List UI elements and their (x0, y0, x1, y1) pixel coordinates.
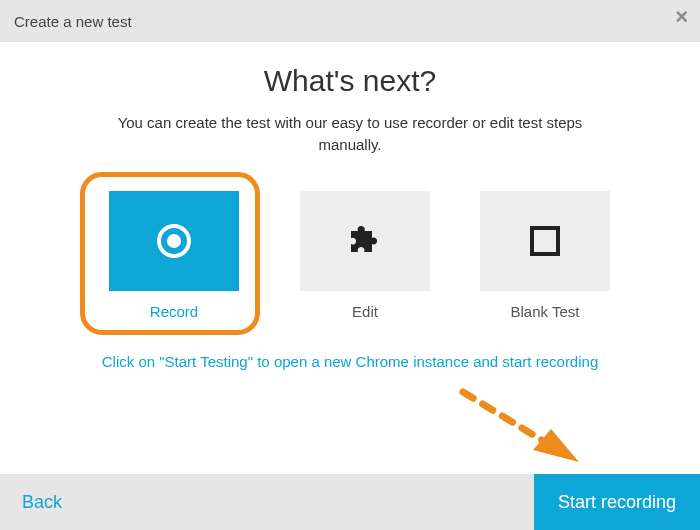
option-record-label: Record (99, 303, 249, 320)
square-icon (530, 226, 560, 256)
hint-text: Click on "Start Testing" to open a new C… (24, 353, 676, 370)
puzzle-icon (348, 226, 382, 256)
option-record-highlight: Record (80, 172, 260, 335)
close-icon[interactable]: × (675, 6, 688, 28)
option-blank[interactable]: Blank Test (470, 172, 620, 335)
dialog-content: What's next? You can create the test wit… (0, 42, 700, 370)
page-subheading: You can create the test with our easy to… (90, 112, 610, 156)
option-blank-tile[interactable] (480, 191, 610, 291)
option-row: Record Edit Blank Test (24, 172, 676, 335)
start-recording-button[interactable]: Start recording (534, 474, 700, 530)
annotation-arrow-icon (455, 380, 605, 480)
option-edit-tile[interactable] (300, 191, 430, 291)
record-icon (157, 224, 191, 258)
dialog-title: Create a new test (14, 13, 132, 30)
option-blank-label: Blank Test (470, 303, 620, 320)
option-record-tile[interactable] (109, 191, 239, 291)
option-edit[interactable]: Edit (290, 172, 440, 335)
dialog-titlebar: Create a new test × (0, 0, 700, 42)
dialog-footer: Back Start recording (0, 474, 700, 530)
page-title: What's next? (24, 64, 676, 98)
option-record[interactable]: Record (99, 191, 249, 320)
option-edit-label: Edit (290, 303, 440, 320)
svg-marker-1 (533, 429, 579, 462)
svg-line-0 (463, 392, 545, 442)
back-button[interactable]: Back (0, 474, 84, 530)
